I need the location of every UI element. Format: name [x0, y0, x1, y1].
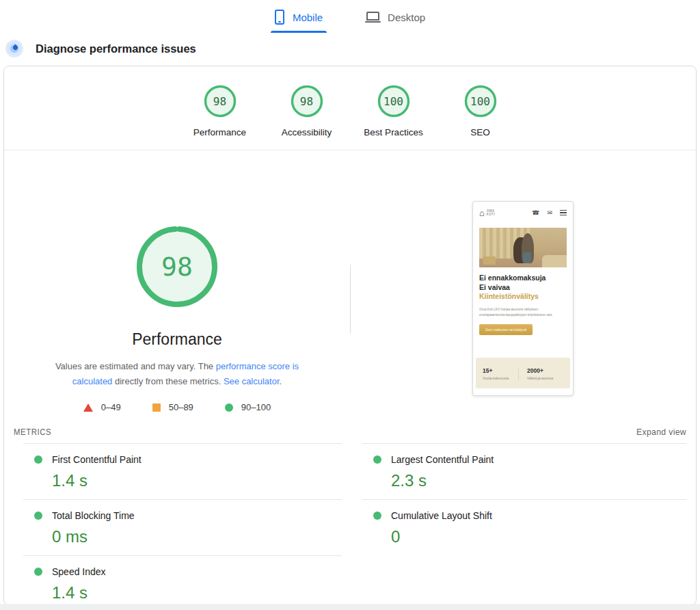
site-headline: Ei ennakkomaksuja Ei vaivaa Kiinteistönv… [479, 274, 567, 302]
description-text: Values are estimated and may vary. The [55, 361, 216, 371]
site-logo: ⌂ OMA KOTI [479, 209, 495, 217]
best-practices-score: 100 [377, 84, 411, 118]
metric-cumulative-layout-shift: Cumulative Layout Shift 0 [362, 499, 686, 555]
tab-desktop-label: Desktop [388, 12, 425, 23]
performance-gauge: 98 [203, 84, 237, 118]
stat-experience: 15+ Vuotta kokemusta [483, 367, 518, 380]
laptop-icon [366, 12, 379, 21]
seo-gauge: 100 [463, 84, 498, 118]
performance-panel: 98 Performance Values are estimated and … [4, 150, 696, 412]
smartphone-icon [275, 10, 284, 25]
category-best-practices[interactable]: 100 Best Practices [360, 84, 428, 137]
category-score-summary: 98 Performance 98 Accessibility 100 [4, 66, 696, 150]
metric-first-contentful-paint: First Contentful Paint 1.4 s [23, 443, 342, 499]
legend-average: 50–89 [152, 402, 193, 412]
headline-line-1: Ei ennakkomaksuja [479, 274, 567, 283]
pass-dot-icon [373, 455, 381, 464]
screenshot-site-header: ⌂ OMA KOTI ☎ ✉ [473, 202, 573, 224]
fail-triangle-icon [83, 403, 93, 412]
pass-dot-icon [34, 512, 42, 520]
category-accessibility[interactable]: 98 Accessibility [273, 84, 341, 137]
screenshot-column: ⌂ OMA KOTI ☎ ✉ [350, 150, 696, 412]
stat-homes-sold: 2000+ Välitettyä asuntoa [518, 367, 563, 380]
metrics-header: METRICS Expand view [4, 427, 696, 437]
final-screenshot-thumbnail[interactable]: ⌂ OMA KOTI ☎ ✉ [472, 201, 574, 396]
hamburger-menu-icon [560, 210, 567, 216]
performance-score-column: 98 Performance Values are estimated and … [4, 150, 350, 412]
legend-fail-range: 0–49 [101, 402, 121, 412]
metric-empty-cell [362, 555, 686, 605]
lighthouse-report-card: 98 Performance 98 Accessibility 100 [3, 66, 697, 605]
page-title: Diagnose performance issues [36, 42, 196, 55]
score-legend: 0–49 50–89 90–100 [83, 402, 271, 412]
performance-label: Performance [193, 127, 246, 137]
pass-dot-icon [34, 568, 42, 576]
site-body-text: Oma Koti LKV hoitaa asuntosi välityksen … [479, 307, 567, 318]
legend-average-range: 50–89 [169, 402, 193, 412]
big-gauge-score: 98 [135, 224, 219, 309]
performance-big-gauge: 98 [135, 224, 219, 309]
vertical-divider [350, 265, 351, 334]
expand-view-button[interactable]: Expand view [636, 427, 686, 437]
seo-score: 100 [463, 84, 498, 118]
house-icon: ⌂ [479, 209, 485, 217]
accessibility-gauge: 98 [290, 84, 324, 118]
tab-mobile[interactable]: Mobile [271, 7, 327, 33]
description-text: . [280, 376, 282, 386]
performance-insight-icon [5, 40, 23, 57]
legend-fail: 0–49 [83, 402, 121, 412]
performance-score: 98 [203, 84, 237, 118]
accessibility-label: Accessibility [282, 127, 332, 137]
metric-total-blocking-time: Total Blocking Time 0 ms [23, 499, 342, 555]
see-calculator-link[interactable]: See calculator [224, 376, 280, 386]
category-performance[interactable]: 98 Performance [186, 84, 254, 137]
description-text: directly from these metrics. [112, 376, 224, 386]
seo-label: SEO [470, 127, 490, 137]
performance-section-title: Performance [132, 330, 222, 349]
accessibility-score: 98 [290, 84, 324, 118]
tab-mobile-label: Mobile [293, 12, 323, 23]
page-bottom-gap [0, 604, 700, 610]
site-stats-panel: 15+ Vuotta kokemusta 2000+ Välitettyä as… [476, 358, 570, 388]
tab-desktop[interactable]: Desktop [362, 7, 429, 33]
best-practices-label: Best Practices [364, 127, 422, 137]
category-seo[interactable]: 100 SEO [446, 84, 515, 137]
pass-dot-icon [373, 512, 381, 520]
headline-accent: Kiinteistönvälitys [479, 292, 567, 302]
pass-dot-icon [34, 455, 42, 464]
email-icon: ✉ [547, 210, 552, 216]
brand-word-bottom: KOTI [487, 213, 496, 216]
section-header: Diagnose performance issues [5, 40, 700, 57]
device-tabs: Mobile Desktop [0, 0, 700, 33]
score-description: Values are estimated and may vary. The p… [37, 359, 317, 389]
legend-pass-range: 90–100 [241, 402, 271, 412]
metric-speed-index: Speed Index 1.4 s [23, 555, 342, 605]
hero-image [479, 228, 567, 267]
metric-largest-contentful-paint: Largest Contentful Paint 2.3 s [362, 443, 686, 499]
phone-call-icon: ☎ [532, 210, 539, 216]
metrics-heading: METRICS [14, 427, 51, 437]
site-cta-button: Sovi maksuton arviokäynti [479, 324, 533, 335]
legend-pass: 90–100 [225, 402, 271, 412]
metrics-grid: First Contentful Paint 1.4 s Largest Con… [4, 443, 696, 605]
headline-line-2: Ei vaivaa [479, 283, 567, 293]
average-square-icon [152, 403, 161, 412]
pass-circle-icon [225, 403, 233, 412]
best-practices-gauge: 100 [377, 84, 411, 118]
